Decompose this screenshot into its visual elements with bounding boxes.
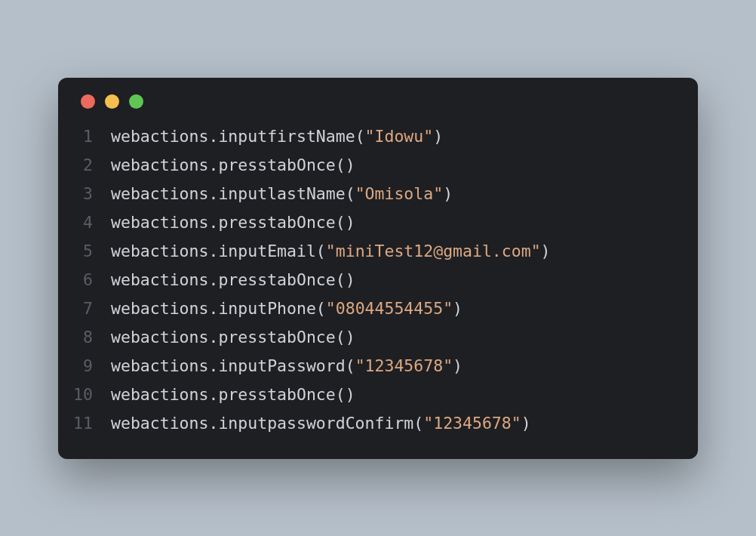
token-punct: . [208, 328, 218, 347]
token-object: webactions [111, 127, 208, 146]
code-line: 2webactions.presstabOnce() [58, 151, 675, 180]
line-content: webactions.presstabOnce() [111, 208, 355, 237]
code-line: 7webactions.inputPhone("08044554455") [58, 294, 675, 323]
terminal-window: 1webactions.inputfirstName("Idowu")2weba… [58, 78, 698, 459]
code-line: 3webactions.inputlastName("Omisola") [58, 180, 675, 208]
token-string: "08044554455" [326, 299, 453, 318]
token-punct: . [208, 385, 218, 404]
token-object: webactions [111, 156, 208, 174]
line-content: webactions.presstabOnce() [111, 380, 355, 409]
token-punct: ( [346, 356, 355, 375]
token-punct: ) [521, 414, 531, 433]
token-punct: ( [346, 184, 355, 203]
code-line: 10webactions.presstabOnce() [58, 380, 675, 409]
token-string: "Omisola" [355, 184, 444, 203]
token-punct: ( [316, 242, 326, 260]
token-object: webactions [111, 242, 208, 260]
line-content: webactions.inputEmail("miniTest12@gmail.… [111, 237, 551, 266]
line-number: 4 [58, 208, 111, 237]
line-number: 11 [58, 409, 111, 438]
token-method: presstabOnce [218, 270, 335, 289]
token-punct: ) [453, 356, 463, 375]
line-number: 10 [58, 380, 111, 409]
token-punct: () [336, 270, 355, 289]
minimize-icon[interactable] [105, 94, 119, 109]
maximize-icon[interactable] [129, 94, 143, 109]
token-punct: ) [453, 299, 463, 318]
line-number: 2 [58, 151, 111, 180]
line-number: 6 [58, 266, 111, 294]
token-punct: . [208, 299, 218, 318]
token-punct: ( [413, 414, 423, 433]
token-method: inputPassword [218, 356, 345, 375]
token-punct: ( [316, 299, 326, 318]
line-content: webactions.presstabOnce() [111, 266, 355, 294]
token-method: inputPhone [218, 299, 315, 318]
token-method: inputlastName [218, 184, 345, 203]
line-content: webactions.inputpasswordConfirm("1234567… [111, 409, 531, 438]
token-punct: . [208, 414, 218, 433]
token-method: inputpasswordConfirm [218, 414, 413, 433]
line-number: 5 [58, 237, 111, 266]
token-method: presstabOnce [218, 156, 335, 174]
token-punct: . [208, 242, 218, 260]
token-method: inputfirstName [218, 127, 355, 146]
token-object: webactions [111, 356, 208, 375]
token-method: inputEmail [218, 242, 315, 260]
line-content: webactions.inputfirstName("Idowu") [111, 122, 443, 151]
line-number: 7 [58, 294, 111, 323]
token-punct: () [336, 328, 355, 347]
line-number: 1 [58, 122, 111, 151]
code-line: 6webactions.presstabOnce() [58, 266, 675, 294]
token-object: webactions [111, 328, 208, 347]
token-method: presstabOnce [218, 328, 335, 347]
line-content: webactions.presstabOnce() [111, 323, 355, 352]
token-string: "12345678" [423, 414, 521, 433]
code-line: 8webactions.presstabOnce() [58, 323, 675, 352]
code-line: 11webactions.inputpasswordConfirm("12345… [58, 409, 675, 438]
token-string: "miniTest12@gmail.com" [326, 242, 541, 260]
line-content: webactions.inputlastName("Omisola") [111, 180, 453, 208]
token-object: webactions [111, 414, 208, 433]
token-object: webactions [111, 299, 208, 318]
token-punct: . [208, 156, 218, 174]
token-punct: . [208, 270, 218, 289]
token-string: "12345678" [355, 356, 453, 375]
token-punct: ( [355, 127, 365, 146]
close-icon[interactable] [81, 94, 95, 109]
code-line: 1webactions.inputfirstName("Idowu") [58, 122, 675, 151]
token-punct: . [208, 356, 218, 375]
token-punct: ) [433, 127, 443, 146]
token-punct: ) [541, 242, 551, 260]
token-method: presstabOnce [218, 213, 335, 232]
line-number: 3 [58, 180, 111, 208]
token-punct: . [208, 127, 218, 146]
token-punct: () [336, 385, 355, 404]
token-string: "Idowu" [365, 127, 434, 146]
token-object: webactions [111, 270, 208, 289]
line-content: webactions.inputPhone("08044554455") [111, 294, 463, 323]
token-punct: ) [443, 184, 453, 203]
line-content: webactions.inputPassword("12345678") [111, 352, 463, 380]
token-punct: . [208, 184, 218, 203]
code-line: 4webactions.presstabOnce() [58, 208, 675, 237]
code-line: 9webactions.inputPassword("12345678") [58, 352, 675, 380]
token-method: presstabOnce [218, 385, 335, 404]
code-line: 5webactions.inputEmail("miniTest12@gmail… [58, 237, 675, 266]
token-object: webactions [111, 184, 208, 203]
token-punct: () [336, 213, 355, 232]
token-object: webactions [111, 213, 208, 232]
line-content: webactions.presstabOnce() [111, 151, 355, 180]
line-number: 9 [58, 352, 111, 380]
code-editor[interactable]: 1webactions.inputfirstName("Idowu")2weba… [58, 122, 698, 438]
token-punct: . [208, 213, 218, 232]
line-number: 8 [58, 323, 111, 352]
window-controls [58, 94, 698, 122]
token-punct: () [336, 156, 355, 174]
token-object: webactions [111, 385, 208, 404]
